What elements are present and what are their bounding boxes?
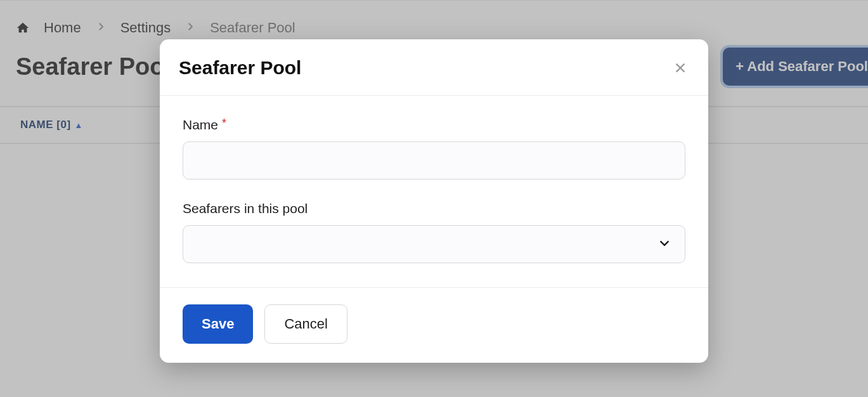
seafarer-pool-modal: Seafarer Pool Name * Seafarers in this p… xyxy=(160,39,708,363)
modal-header: Seafarer Pool xyxy=(160,39,708,96)
modal-overlay[interactable]: Seafarer Pool Name * Seafarers in this p… xyxy=(0,0,868,397)
name-label-text: Name xyxy=(183,117,218,133)
name-input[interactable] xyxy=(183,141,685,179)
modal-title: Seafarer Pool xyxy=(179,57,301,79)
modal-body: Name * Seafarers in this pool xyxy=(160,96,708,287)
seafarers-select[interactable] xyxy=(183,225,685,263)
name-label: Name * xyxy=(183,117,685,133)
seafarers-label: Seafarers in this pool xyxy=(183,201,685,216)
field-name: Name * xyxy=(183,117,685,179)
seafarers-select-wrap xyxy=(183,225,685,263)
seafarers-label-text: Seafarers in this pool xyxy=(183,201,308,216)
close-icon[interactable] xyxy=(671,59,689,77)
field-seafarers: Seafarers in this pool xyxy=(183,201,685,263)
modal-footer: Save Cancel xyxy=(160,287,708,363)
required-asterisk: * xyxy=(222,117,226,129)
cancel-button[interactable]: Cancel xyxy=(264,304,347,344)
save-button[interactable]: Save xyxy=(183,304,253,344)
